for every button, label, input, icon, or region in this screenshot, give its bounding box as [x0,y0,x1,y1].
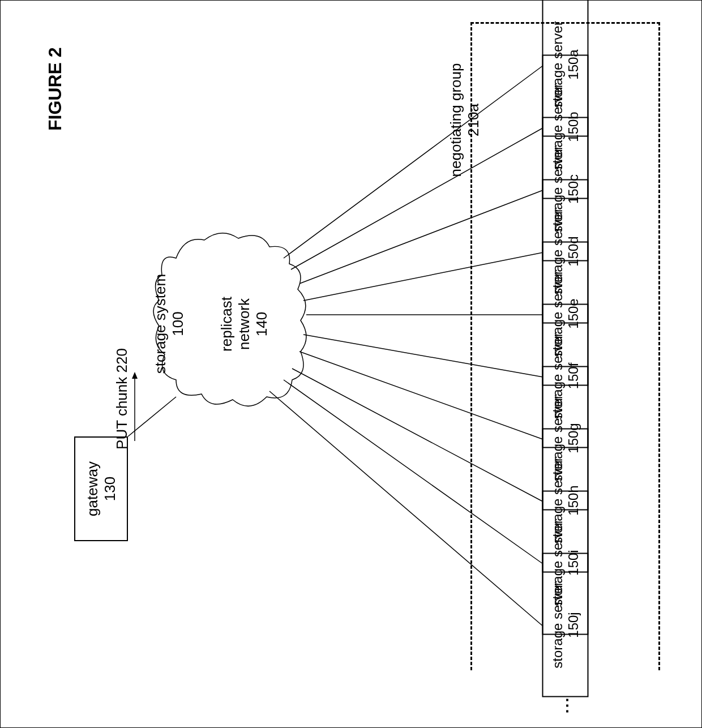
ellipsis-icon: ⋮ [559,696,577,714]
svg-marker-1 [132,372,138,379]
figure-title: FIGURE 2 [45,47,66,131]
cloud-container: replicast network 140 [148,224,312,414]
server-150j: storage server 150j [542,553,589,697]
put-chunk-label: PUT chunk 220 [113,348,131,449]
gateway-box: gateway 130 [74,436,128,541]
server-text: storage server 150j [550,581,581,668]
cloud-text: replicast network 140 [218,297,271,352]
gateway-text: gateway 130 [84,461,119,516]
cloud-label: replicast network 140 [218,297,271,352]
